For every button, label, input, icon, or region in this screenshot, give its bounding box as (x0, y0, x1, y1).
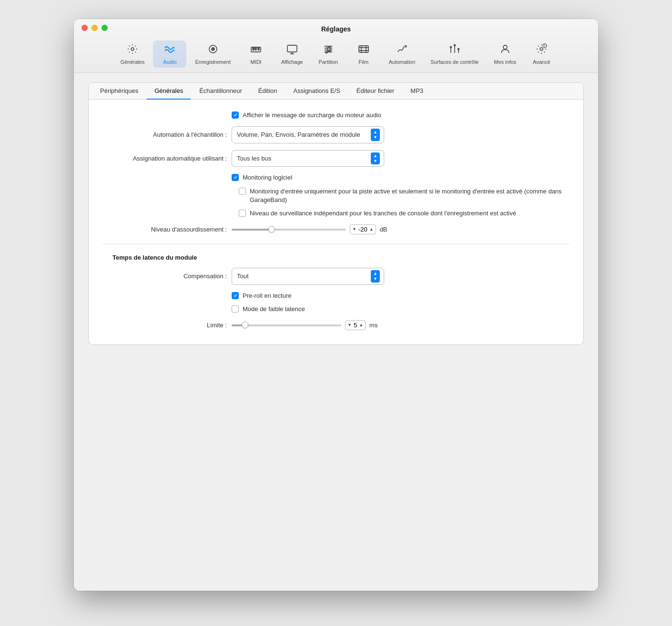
compensation-select-arrows[interactable]: ▲ ▼ (371, 270, 380, 283)
overload-checkbox[interactable] (232, 111, 239, 119)
toolbar-label-automation: Automation (389, 59, 416, 65)
faible-latence-label: Mode de faible latence (243, 305, 305, 313)
automation-icon (397, 43, 408, 58)
toolbar-label-avance: Avancé (533, 59, 550, 65)
compensation-row: Compensation : Tout ▲ ▼ (103, 268, 569, 285)
enregistrement-icon (207, 43, 219, 58)
toolbar-label-audio: Audio (163, 59, 176, 65)
assignation-select-arrows[interactable]: ▲ ▼ (371, 152, 380, 165)
toolbar-item-generales[interactable]: Générales (114, 40, 152, 68)
automation-value: Volume, Pan, Envois, Paramètres de modul… (237, 131, 368, 138)
compensation-select[interactable]: Tout ▲ ▼ (232, 268, 384, 285)
assourdissement-value-box: ▼ -20 ▲ (350, 224, 376, 234)
assourdissement-value: -20 (358, 226, 367, 233)
limite-value: 5 (354, 322, 357, 329)
assourdissement-slider-thumb[interactable] (268, 226, 275, 232)
toolbar-item-surfaces[interactable]: Surfaces de contrôle (424, 40, 485, 68)
assourdissement-label: Niveau d'assourdissement : (103, 226, 227, 233)
limite-slider-thumb[interactable] (242, 322, 248, 328)
limite-slider[interactable] (232, 324, 341, 326)
toolbar-item-audio[interactable]: Audio (153, 40, 186, 68)
monitoring-label: Monitoring logiciel (243, 173, 292, 182)
faible-latence-checkbox[interactable] (232, 305, 239, 313)
toolbar-item-enregistrement[interactable]: Enregistrement (188, 40, 237, 68)
monitoring-entree-row: Monitoring d'entrée uniquement pour la p… (103, 187, 569, 204)
limite-unit: ms (369, 322, 377, 329)
limite-label: Limite : (103, 322, 227, 329)
svg-point-15 (540, 48, 543, 50)
tab-peripheriques[interactable]: Périphériques (92, 83, 146, 100)
partition-icon (323, 43, 334, 58)
automation-row: Automation à l'échantillon : Volume, Pan… (103, 126, 569, 143)
toolbar-label-film: Film (358, 59, 368, 65)
tab-edition[interactable]: Édition (251, 83, 285, 100)
toolbar-item-automation[interactable]: Automation (382, 40, 422, 68)
overload-label: Afficher le message de surcharge du mote… (243, 111, 381, 120)
preroll-checkbox[interactable] (232, 292, 239, 299)
tab-generales[interactable]: Générales (147, 83, 191, 100)
assourdissement-up-arrow[interactable]: ▲ (369, 227, 374, 232)
surveillance-row: Niveau de surveillance indépendant pour … (103, 209, 569, 218)
tab-editeur[interactable]: Éditeur fichier (349, 83, 402, 100)
panel-content: Afficher le message de surcharge du mote… (89, 100, 583, 344)
main-window: Réglages Générales (74, 19, 598, 591)
compensation-value: Tout (237, 273, 368, 280)
toolbar-item-mesinfos[interactable]: Mes infos (487, 40, 523, 68)
svg-point-2 (212, 48, 214, 50)
compensation-label: Compensation : (103, 273, 227, 280)
toolbar-label-affichage: Affichage (281, 59, 303, 65)
avance-icon (536, 43, 547, 58)
title-bar: Réglages Générales (74, 19, 598, 73)
toolbar-label-mesinfos: Mes infos (494, 59, 516, 65)
toolbar-label-midi: MIDI (250, 59, 261, 65)
settings-panel: Périphériques Générales Échantillonneur … (88, 82, 584, 345)
surveillance-checkbox[interactable] (239, 210, 246, 217)
monitoring-entree-label: Monitoring d'entrée uniquement pour la p… (250, 187, 569, 204)
toolbar-item-affichage[interactable]: Affichage (275, 40, 310, 68)
assignation-select[interactable]: Tous les bus ▲ ▼ (232, 150, 384, 167)
svg-rect-4 (253, 47, 254, 50)
automation-select-arrows[interactable]: ▲ ▼ (371, 129, 380, 141)
toolbar-label-enregistrement: Enregistrement (195, 59, 231, 65)
toolbar: Générales Audio (114, 38, 559, 72)
monitoring-entree-checkbox[interactable] (239, 188, 246, 195)
monitoring-row: Monitoring logiciel (103, 173, 569, 182)
monitoring-checkbox[interactable] (232, 174, 239, 181)
svg-rect-10 (359, 46, 368, 52)
tab-echantillonneur[interactable]: Échantillonneur (192, 83, 250, 100)
toolbar-label-surfaces: Surfaces de contrôle (430, 59, 479, 65)
surfaces-icon (449, 43, 460, 58)
midi-icon (250, 43, 262, 58)
film-icon (358, 43, 369, 58)
tab-mp3[interactable]: MP3 (403, 83, 431, 100)
assourdissement-down-arrow[interactable]: ▼ (352, 227, 356, 232)
limite-up-arrow[interactable]: ▲ (359, 323, 363, 328)
svg-rect-5 (255, 47, 256, 50)
toolbar-item-film[interactable]: Film (347, 40, 380, 68)
faible-latence-row: Mode de faible latence (103, 305, 569, 313)
surveillance-label: Niveau de surveillance indépendant pour … (250, 209, 516, 218)
limite-down-arrow[interactable]: ▼ (347, 323, 352, 328)
section-divider (103, 244, 569, 244)
svg-rect-6 (258, 47, 259, 50)
tabs-bar: Périphériques Générales Échantillonneur … (89, 83, 583, 100)
toolbar-label-generales: Générales (121, 59, 145, 65)
assourdissement-row: Niveau d'assourdissement : ▼ -20 ▲ dB (103, 224, 569, 234)
limite-value-box: ▼ 5 ▲ (345, 320, 366, 330)
svg-point-12 (454, 45, 455, 46)
assourdissement-slider[interactable] (232, 229, 346, 231)
toolbar-item-midi[interactable]: MIDI (239, 40, 273, 68)
toolbar-item-avance[interactable]: Avancé (525, 40, 558, 68)
toolbar-item-partition[interactable]: Partition (312, 40, 345, 68)
limite-row: Limite : ▼ 5 ▲ ms (103, 320, 569, 330)
toolbar-label-partition: Partition (319, 59, 338, 65)
assignation-value: Tous les bus (237, 155, 368, 162)
svg-rect-7 (287, 45, 297, 52)
preroll-row: Pre-roll en lecture (103, 292, 569, 300)
svg-point-13 (458, 49, 459, 50)
assourdissement-slider-fill (232, 229, 272, 231)
automation-select[interactable]: Volume, Pan, Envois, Paramètres de modul… (232, 126, 384, 143)
svg-point-9 (328, 51, 330, 52)
tab-assignations[interactable]: Assignations E/S (286, 83, 348, 100)
mesinfos-icon (499, 43, 511, 58)
